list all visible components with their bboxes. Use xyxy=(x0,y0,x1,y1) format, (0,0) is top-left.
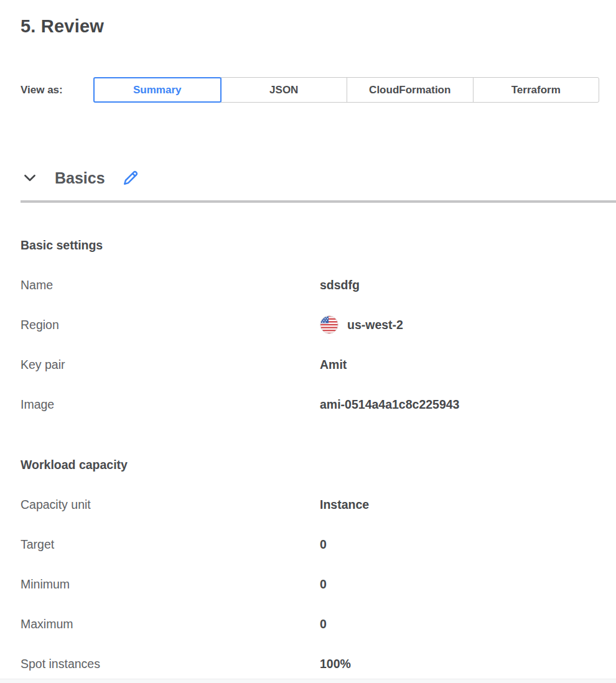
us-flag-icon xyxy=(320,315,338,334)
group-heading-basic-settings: Basic settings xyxy=(21,238,616,253)
row-label: Key pair xyxy=(21,358,320,372)
row-label: Capacity unit xyxy=(21,498,320,512)
row-label: Name xyxy=(21,278,320,292)
section-basics-header: Basics xyxy=(22,167,616,188)
table-row: Capacity unit Instance xyxy=(21,485,616,524)
row-value: 0 xyxy=(320,537,327,552)
table-row: Maximum 0 xyxy=(21,604,616,644)
row-value: 100% xyxy=(320,657,351,671)
view-as-tabs: Summary JSON CloudFormation Terraform xyxy=(93,77,599,103)
table-row: Spot instances 100% xyxy=(21,644,616,683)
table-row: Region xyxy=(21,305,616,345)
section-divider xyxy=(21,200,616,203)
table-row: Target 0 xyxy=(21,524,616,564)
chevron-down-icon[interactable] xyxy=(22,170,38,186)
tab-cloudformation[interactable]: CloudFormation xyxy=(347,77,474,103)
table-row: Key pair Amit xyxy=(21,345,616,384)
row-label: Region xyxy=(21,318,320,332)
row-value: ami-0514a4a1c8c225943 xyxy=(320,397,459,412)
row-label: Image xyxy=(21,397,320,412)
workload-capacity-rows: Capacity unit Instance Target 0 Minimum … xyxy=(0,485,616,683)
row-value: us-west-2 xyxy=(320,315,403,334)
view-as-row: View as: Summary JSON CloudFormation Ter… xyxy=(21,77,616,103)
row-label: Minimum xyxy=(21,577,320,592)
tab-terraform[interactable]: Terraform xyxy=(473,77,600,103)
row-label: Maximum xyxy=(21,617,320,631)
bottom-divider xyxy=(0,679,616,683)
pencil-icon[interactable] xyxy=(121,169,140,187)
tab-json[interactable]: JSON xyxy=(221,77,348,103)
group-heading-workload-capacity: Workload capacity xyxy=(21,457,616,472)
page-title: 5. Review xyxy=(21,16,616,36)
table-row: Name sdsdfg xyxy=(21,265,616,305)
row-value: 0 xyxy=(320,577,327,592)
basic-settings-rows: Name sdsdfg Region xyxy=(0,265,616,424)
tab-summary[interactable]: Summary xyxy=(93,77,222,103)
row-value: sdsdfg xyxy=(320,278,360,292)
table-row: Minimum 0 xyxy=(21,564,616,604)
row-label: Target xyxy=(21,537,320,552)
row-value: 0 xyxy=(320,617,327,631)
row-value-text: us-west-2 xyxy=(347,318,403,332)
row-label: Spot instances xyxy=(21,657,320,671)
row-value: Amit xyxy=(320,358,347,372)
table-row: Image ami-0514a4a1c8c225943 xyxy=(21,384,616,424)
view-as-label: View as: xyxy=(21,84,93,96)
row-value: Instance xyxy=(320,498,369,512)
section-basics-title: Basics xyxy=(55,167,105,188)
